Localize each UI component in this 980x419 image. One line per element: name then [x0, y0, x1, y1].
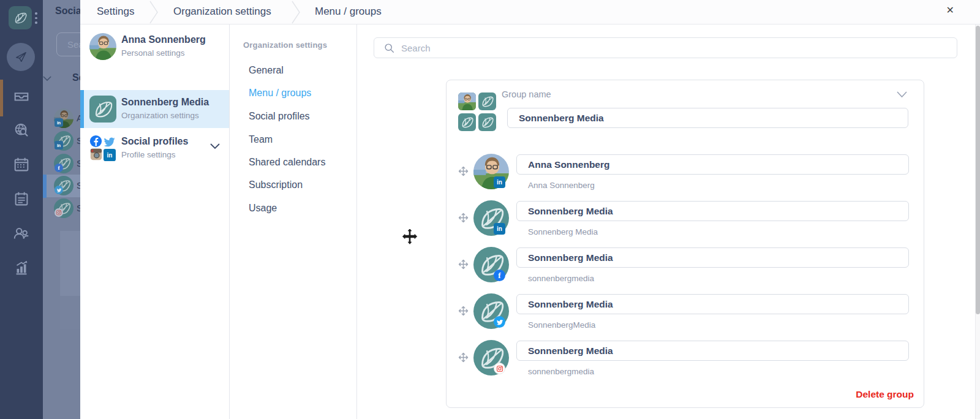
profile-name-input[interactable] [516, 247, 909, 268]
linkedin-badge-icon: in [494, 176, 505, 188]
breadcrumb-menu-groups[interactable]: Menu / groups [315, 6, 382, 18]
group-search [374, 37, 957, 58]
scrollbar-thumb[interactable] [976, 26, 980, 314]
drag-handle-icon[interactable] [457, 351, 470, 364]
background-profile-item[interactable]: f S [43, 153, 80, 175]
background-section-header[interactable]: Sc [43, 72, 80, 86]
group-profile-row: in Anna Sonnenberg [447, 153, 925, 199]
account-item-social-profiles[interactable]: in Social profiles Profile settings [80, 135, 229, 168]
breadcrumb-separator-icon [149, 1, 159, 24]
menu-item-subscription[interactable]: Subscription [249, 179, 303, 191]
listening-icon[interactable] [12, 121, 31, 140]
audience-icon[interactable] [12, 224, 31, 243]
background-profile-item[interactable]: S [43, 197, 80, 220]
breadcrumb-organization-settings[interactable]: Organization settings [173, 6, 271, 18]
menu-header: Organization settings [243, 40, 327, 50]
social-networks-cluster-icon: in [89, 135, 116, 162]
drag-handle-icon[interactable] [457, 165, 470, 178]
svg-text:in: in [107, 152, 113, 159]
account-subtitle: Organization settings [121, 111, 199, 120]
linkedin-badge-icon: in [494, 223, 505, 235]
account-subtitle: Profile settings [121, 150, 176, 159]
instagram-icon [90, 148, 103, 161]
app-screen: Social Sea Sc in A in S f S S [0, 0, 980, 419]
menu-item-team[interactable]: Team [249, 134, 273, 145]
background-section-label: Sc [72, 72, 80, 83]
notification-strip [0, 80, 3, 116]
group-card: Group name in Anna Sonnenberg in [446, 80, 924, 408]
drag-handle-icon[interactable] [457, 211, 470, 224]
publish-button[interactable] [7, 43, 35, 71]
search-input[interactable] [401, 38, 940, 58]
paper-plane-icon [13, 49, 29, 65]
facebook-badge-icon: f [55, 164, 63, 172]
background-content-block [60, 231, 80, 296]
accounts-panel: Anna Sonnenberg Personal settings Sonnen… [80, 25, 230, 419]
profile-name-input[interactable] [516, 154, 909, 175]
active-indicator [43, 175, 47, 198]
organization-logo-avatar [89, 96, 116, 123]
group-profile-row: sonnenbergmedia [447, 339, 925, 385]
menu-groups-content: Group name in Anna Sonnenberg in [357, 25, 980, 419]
user-avatar [89, 33, 116, 60]
group-profile-row: in Sonnenberg Media [447, 199, 925, 246]
scrollbar-track [975, 25, 980, 419]
brand-logo-avatar [458, 113, 476, 131]
background-profile-item-selected[interactable]: S [43, 175, 80, 197]
group-profile-row: SonnenbergMedia [447, 292, 925, 339]
twitter-badge-icon [494, 316, 505, 328]
menu-item-shared-calendars[interactable]: Shared calendars [249, 157, 325, 168]
chevron-down-icon[interactable] [210, 143, 220, 149]
app-logo-icon [11, 9, 29, 27]
profile-name-input[interactable] [516, 201, 909, 221]
calendar-icon[interactable] [12, 156, 31, 174]
linkedin-badge-icon: in [55, 118, 63, 127]
profile-photo-avatar [458, 92, 476, 110]
account-item-personal[interactable]: Anna Sonnenberg Personal settings [80, 33, 229, 64]
background-panel-title: Social [55, 6, 80, 17]
breadcrumb: Settings Organization settings Menu / gr… [80, 0, 980, 25]
background-search-input[interactable]: Sea [56, 32, 80, 56]
menu-item-general[interactable]: General [249, 65, 284, 76]
drag-handle-icon[interactable] [457, 258, 470, 271]
background-search-placeholder: Sea [67, 39, 80, 50]
group-name-label: Group name [502, 89, 551, 99]
background-profile-item[interactable]: in S [43, 130, 80, 153]
menu-item-social-profiles[interactable]: Social profiles [249, 111, 310, 122]
reports-icon[interactable] [12, 259, 31, 277]
linkedin-icon: in [104, 149, 116, 162]
facebook-icon [89, 135, 102, 148]
account-subtitle: Personal settings [121, 48, 185, 58]
profile-handle: Anna Sonnenberg [528, 181, 595, 190]
account-item-organization[interactable]: Sonnenberg Media Organization settings [80, 71, 229, 102]
close-icon[interactable]: ✕ [946, 4, 954, 16]
account-title: Anna Sonnenberg [121, 34, 206, 45]
background-content-block [60, 296, 80, 329]
delete-group-button[interactable]: Delete group [856, 389, 914, 400]
inbox-icon[interactable] [12, 87, 31, 105]
settings-modal: Settings Organization settings Menu / gr… [80, 0, 980, 419]
app-logo[interactable] [9, 6, 32, 29]
group-name-input[interactable] [507, 108, 908, 128]
breadcrumb-settings[interactable]: Settings [97, 6, 134, 18]
group-profile-row: f sonnenbergmedia [447, 246, 925, 292]
menu-item-menu-groups[interactable]: Menu / groups [249, 88, 311, 99]
facebook-badge-icon: f [494, 270, 505, 281]
linkedin-badge-icon: in [55, 141, 63, 149]
group-avatar-grid [458, 92, 496, 130]
profile-name-input[interactable] [516, 294, 909, 314]
profile-handle: SonnenbergMedia [528, 320, 595, 330]
search-icon [384, 43, 394, 53]
instagram-badge-icon [55, 208, 63, 217]
account-title: Social profiles [121, 136, 188, 147]
app-sidebar [0, 0, 43, 419]
profile-handle: sonnenbergmedia [528, 274, 594, 283]
menu-item-usage[interactable]: Usage [249, 203, 277, 214]
drag-handle-icon[interactable] [457, 304, 470, 317]
background-profile-item[interactable]: in A [43, 107, 80, 130]
queue-icon[interactable] [12, 190, 31, 208]
profile-name-input[interactable] [516, 341, 909, 361]
collapse-chevron-icon[interactable] [897, 91, 907, 98]
overflow-menu-icon[interactable] [35, 12, 37, 26]
chevron-down-icon [43, 76, 51, 81]
